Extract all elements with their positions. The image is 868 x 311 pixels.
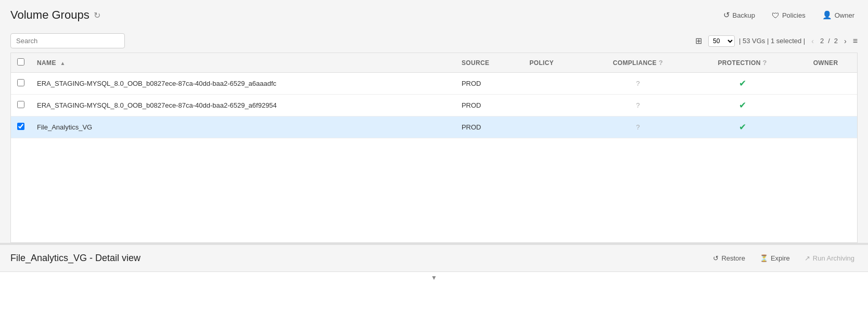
row1-protection: ✔ [691, 73, 794, 95]
row2-compliance-icon: ? [636, 101, 640, 109]
name-sort-icon: ▲ [60, 60, 65, 66]
refresh-icon[interactable]: ↻ [94, 10, 100, 20]
row1-source: PROD [455, 73, 523, 95]
owner-icon: 👤 [822, 10, 832, 20]
col-header-policy: POLICY [523, 53, 585, 73]
backup-icon: ↺ [723, 10, 730, 20]
row1-protection-icon: ✔ [739, 79, 746, 88]
col-header-compliance: COMPLIANCE ? [585, 53, 691, 73]
restore-button[interactable]: ↺ Restore [710, 252, 748, 264]
row2-name[interactable]: ERA_STAGING-MYSQL_8.0_OOB_b0827ece-87ca-… [31, 95, 455, 116]
restore-label: Restore [721, 254, 745, 262]
row1-compliance: ? [585, 73, 691, 95]
page-title-text: Volume Groups [10, 8, 90, 22]
bottom-panel: File_Analytics_VG - Detail view ↺ Restor… [0, 243, 868, 311]
search-input[interactable] [10, 33, 125, 48]
prev-page-button[interactable]: ‹ [809, 36, 816, 46]
table-header-row: NAME ▲ SOURCE POLICY COMPLIANCE ? PROTEC [11, 53, 857, 73]
row3-protection-icon: ✔ [739, 122, 746, 132]
columns-toggle-button[interactable]: ⊞ [693, 35, 704, 47]
table-row: ERA_STAGING-MYSQL_8.0_OOB_b0827ece-87ca-… [11, 95, 857, 116]
filter-icon: ≡ [853, 36, 858, 45]
select-all-header [11, 53, 31, 73]
col-header-source: SOURCE [455, 53, 523, 73]
row2-owner [794, 95, 857, 116]
archiving-icon: ↗ [805, 254, 810, 262]
toolbar-right: ⊞ 50 10 25 100 | 53 VGs | 1 selected | ‹… [693, 35, 858, 47]
bottom-actions: ↺ Restore ⏳ Expire ↗ Run Archiving [710, 252, 858, 264]
row2-compliance: ? [585, 95, 691, 116]
page-title: Volume Groups ↻ [10, 8, 100, 22]
volume-groups-table: NAME ▲ SOURCE POLICY COMPLIANCE ? PROTEC [11, 53, 857, 138]
compliance-help-icon[interactable]: ? [659, 59, 663, 67]
row1-checkbox[interactable] [17, 79, 24, 86]
backup-label: Backup [733, 11, 755, 19]
row1-compliance-icon: ? [636, 80, 640, 87]
owner-label: Owner [835, 11, 854, 19]
row2-checkbox-cell [11, 95, 31, 116]
row2-policy [523, 95, 585, 116]
policies-label: Policies [782, 11, 806, 19]
row3-protection: ✔ [691, 116, 794, 138]
row1-name[interactable]: ERA_STAGING-MYSQL_8.0_OOB_b0827ece-87ca-… [31, 73, 455, 95]
page-current: 2 [820, 37, 824, 45]
expand-arrow[interactable]: ▼ [426, 272, 442, 283]
policies-icon: 🛡 [772, 11, 780, 20]
filter-button[interactable]: ≡ [853, 36, 858, 46]
col-header-owner: OWNER [794, 53, 857, 73]
expire-label: Expire [771, 254, 790, 262]
select-all-checkbox[interactable] [17, 58, 24, 66]
row3-compliance: ? [585, 116, 691, 138]
backup-button[interactable]: ↺ Backup [720, 8, 758, 22]
columns-icon: ⊞ [695, 36, 702, 45]
page-separator: / [828, 37, 830, 45]
col-header-name[interactable]: NAME ▲ [31, 53, 455, 73]
expire-button[interactable]: ⏳ Expire [757, 252, 793, 264]
bottom-content: ▼ [0, 272, 868, 311]
row3-checkbox-cell [11, 116, 31, 138]
top-header: Volume Groups ↻ ↺ Backup 🛡 Policies 👤 Ow… [10, 8, 858, 22]
run-archiving-button[interactable]: ↗ Run Archiving [801, 252, 858, 264]
next-page-button[interactable]: › [842, 36, 849, 46]
page-total: 2 [834, 37, 838, 45]
row3-checkbox[interactable] [17, 123, 24, 130]
pagination-stats: | 53 VGs | 1 selected | [739, 37, 805, 45]
row1-checkbox-cell [11, 73, 31, 95]
restore-icon: ↺ [713, 254, 719, 262]
detail-title: File_Analytics_VG - Detail view [10, 253, 141, 264]
row2-checkbox[interactable] [17, 101, 24, 108]
top-panel: Volume Groups ↻ ↺ Backup 🛡 Policies 👤 Ow… [0, 0, 868, 243]
row2-source: PROD [455, 95, 523, 116]
row3-owner [794, 116, 857, 138]
protection-help-icon[interactable]: ? [762, 59, 767, 67]
table-empty-space [11, 138, 857, 242]
expire-icon: ⏳ [760, 254, 768, 262]
col-header-protection: PROTECTION ? [691, 53, 794, 73]
bottom-header: File_Analytics_VG - Detail view ↺ Restor… [0, 245, 868, 272]
row3-name[interactable]: File_Analytics_VG [31, 116, 455, 138]
table-toolbar: ⊞ 50 10 25 100 | 53 VGs | 1 selected | ‹… [10, 29, 858, 53]
run-archiving-label: Run Archiving [813, 254, 854, 262]
row2-protection-icon: ✔ [739, 100, 746, 110]
policies-button[interactable]: 🛡 Policies [769, 9, 809, 22]
row3-source: PROD [455, 116, 523, 138]
per-page-select[interactable]: 50 10 25 100 [708, 35, 735, 47]
row3-compliance-icon: ? [636, 123, 640, 131]
volume-groups-table-container: NAME ▲ SOURCE POLICY COMPLIANCE ? PROTEC [10, 53, 858, 243]
row1-owner [794, 73, 857, 95]
top-actions: ↺ Backup 🛡 Policies 👤 Owner [720, 8, 858, 22]
row2-protection: ✔ [691, 95, 794, 116]
table-row: ERA_STAGING-MYSQL_8.0_OOB_b0827ece-87ca-… [11, 73, 857, 95]
owner-button[interactable]: 👤 Owner [819, 8, 858, 22]
table-body: ERA_STAGING-MYSQL_8.0_OOB_b0827ece-87ca-… [11, 73, 857, 138]
table-row: File_Analytics_VG PROD ? ✔ [11, 116, 857, 138]
row3-policy [523, 116, 585, 138]
row1-policy [523, 73, 585, 95]
